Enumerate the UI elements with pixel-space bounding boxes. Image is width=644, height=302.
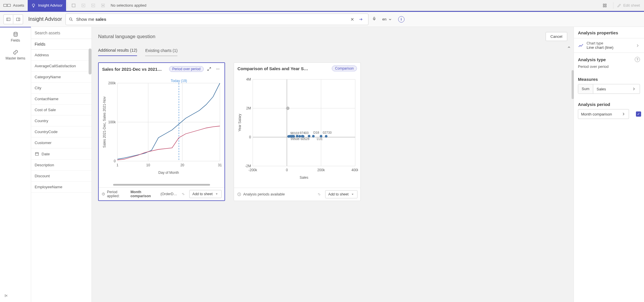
asset-search[interactable] bbox=[31, 27, 91, 39]
search-input[interactable]: Show me sales bbox=[76, 17, 348, 22]
selection-clear[interactable] bbox=[98, 1, 108, 10]
help-button[interactable]: i bbox=[398, 16, 405, 23]
selection-forward[interactable] bbox=[88, 1, 98, 10]
svg-point-13 bbox=[70, 18, 72, 20]
properties-title: Analysis properties bbox=[574, 27, 644, 38]
svg-point-67 bbox=[286, 107, 289, 110]
svg-text:Sales 2021-Dec, Sales 2021-Nov: Sales 2021-Dec, Sales 2021-Nov bbox=[102, 96, 106, 148]
field-item[interactable]: AverageCallSatisfaction bbox=[31, 61, 91, 72]
svg-line-25 bbox=[209, 68, 211, 69]
nav-master-items[interactable]: Master items bbox=[0, 45, 31, 63]
language-select[interactable]: en bbox=[380, 17, 394, 22]
svg-text:10: 10 bbox=[146, 163, 150, 167]
submit-search-button[interactable] bbox=[357, 15, 365, 24]
field-item[interactable]: Cost of Sale bbox=[31, 105, 91, 115]
analysis-type-value: Period over period bbox=[574, 64, 644, 73]
svg-text:4M: 4M bbox=[246, 77, 251, 81]
fields-panel: Fields AddressAverageCallSatisfactionCat… bbox=[31, 27, 92, 302]
assets-label: Assets bbox=[13, 3, 24, 8]
field-item[interactable]: Date bbox=[31, 148, 91, 160]
analysis-pill: Period over period bbox=[169, 66, 204, 72]
svg-text:Day of Month: Day of Month bbox=[158, 171, 179, 175]
edit-sheet-button[interactable]: Edit sheet bbox=[617, 3, 640, 8]
svg-rect-8 bbox=[605, 6, 606, 7]
selection-tool-1[interactable] bbox=[69, 1, 78, 10]
arrow-right-icon bbox=[359, 17, 363, 22]
chevron-up-icon bbox=[567, 45, 571, 50]
svg-text:02733: 02733 bbox=[323, 131, 332, 134]
field-item[interactable]: EmployeeName bbox=[31, 182, 91, 193]
measure-row[interactable]: Sum Sales bbox=[578, 84, 640, 94]
no-selections-text: No selections applied bbox=[108, 3, 149, 8]
svg-point-29 bbox=[219, 69, 219, 69]
tab-additional-results[interactable]: Additional results (12) bbox=[98, 45, 137, 56]
right-panel-toggle[interactable] bbox=[13, 14, 23, 24]
link-icon bbox=[13, 49, 18, 55]
field-item[interactable]: Discount bbox=[31, 171, 91, 182]
chart-card-period[interactable]: Sales for 2021-Dec vs 2021… Period over … bbox=[98, 62, 225, 201]
line-chart: 11020310100k200kToday (19)Day of MonthSa… bbox=[102, 77, 223, 181]
more-button[interactable] bbox=[215, 66, 221, 72]
nlq-title: Natural language question bbox=[98, 34, 155, 40]
collapse-results-button[interactable] bbox=[567, 45, 571, 51]
fields-list[interactable]: AddressAverageCallSatisfactionCategoryNa… bbox=[31, 50, 91, 302]
edit-sheet-label: Edit sheet bbox=[623, 3, 640, 8]
svg-text:Sales: Sales bbox=[299, 176, 308, 180]
panel-left-icon bbox=[6, 17, 11, 22]
results-area: Natural language question Cancel Additio… bbox=[92, 27, 574, 302]
svg-rect-21 bbox=[35, 152, 39, 155]
nav-fields[interactable]: Fields bbox=[0, 27, 31, 45]
period-select[interactable]: Month comparison bbox=[578, 109, 629, 119]
search-bar[interactable]: Show me sales bbox=[65, 14, 368, 25]
cancel-button[interactable]: Cancel bbox=[546, 32, 568, 41]
field-item[interactable]: ContactName bbox=[31, 94, 91, 105]
selection-back[interactable] bbox=[78, 1, 88, 10]
insight-advisor-tab[interactable]: Insight Advisor bbox=[28, 0, 66, 11]
period-checkbox[interactable]: ✓ bbox=[636, 111, 641, 117]
assets-tab[interactable]: Assets bbox=[0, 0, 28, 11]
tab-existing-charts[interactable]: Existing charts (1) bbox=[145, 45, 177, 56]
search-icon bbox=[69, 17, 73, 22]
marquee-fwd-icon bbox=[91, 3, 96, 8]
line-chart-icon bbox=[578, 43, 584, 49]
field-item[interactable]: Description bbox=[31, 160, 91, 171]
voice-button[interactable] bbox=[372, 16, 377, 22]
field-item[interactable]: CategoryName bbox=[31, 72, 91, 83]
card-title: Comparison of Sales and Year S… bbox=[237, 66, 330, 71]
clear-search-button[interactable] bbox=[348, 15, 357, 24]
add-to-sheet-button[interactable]: Add to sheet bbox=[325, 190, 357, 198]
chart-type-row[interactable]: Chart type Line chart (line) bbox=[574, 38, 644, 53]
nav-master-label: Master items bbox=[5, 56, 25, 60]
field-item[interactable]: Address bbox=[31, 50, 91, 61]
main-area: Fields Master items Fields AddressAverag… bbox=[0, 27, 644, 302]
chart-type-label: Chart type bbox=[587, 41, 632, 45]
chart-scrollbar[interactable] bbox=[113, 184, 210, 186]
card-title: Sales for 2021-Dec vs 2021… bbox=[102, 67, 167, 72]
page-title: Insight Advisor bbox=[28, 16, 62, 22]
measure-agg[interactable]: Sum bbox=[578, 84, 593, 94]
collapse-nav-button[interactable] bbox=[0, 289, 31, 302]
selections-tool-button[interactable] bbox=[600, 1, 610, 10]
marquee-back-icon bbox=[81, 3, 86, 8]
field-item[interactable]: Country bbox=[31, 115, 91, 126]
chevron-right-icon bbox=[635, 43, 640, 48]
scrollbar-thumb[interactable] bbox=[89, 49, 91, 74]
field-item[interactable]: CountryCode bbox=[31, 126, 91, 137]
asset-search-input[interactable] bbox=[31, 27, 91, 39]
left-panel-toggle[interactable] bbox=[3, 14, 13, 24]
add-to-sheet-button[interactable]: Add to sheet bbox=[189, 190, 222, 198]
scrollbar-thumb[interactable] bbox=[572, 70, 574, 99]
chart-card-comparison[interactable]: Comparison of Sales and Year S… Comparis… bbox=[234, 62, 361, 201]
svg-line-14 bbox=[72, 20, 73, 21]
field-item[interactable]: Customer bbox=[31, 137, 91, 148]
chart-body: 11020310100k200kToday (19)Day of MonthSa… bbox=[99, 75, 224, 187]
help-icon[interactable]: ? bbox=[635, 57, 640, 62]
expand-button[interactable] bbox=[206, 66, 212, 72]
link-button[interactable] bbox=[179, 190, 187, 198]
svg-text:-2M: -2M bbox=[245, 164, 251, 168]
header-row: Insight Advisor Show me sales en i bbox=[0, 12, 644, 27]
svg-text:200k: 200k bbox=[108, 81, 116, 85]
svg-text:60528: 60528 bbox=[301, 137, 310, 141]
link-button[interactable] bbox=[315, 191, 323, 198]
field-item[interactable]: City bbox=[31, 83, 91, 94]
